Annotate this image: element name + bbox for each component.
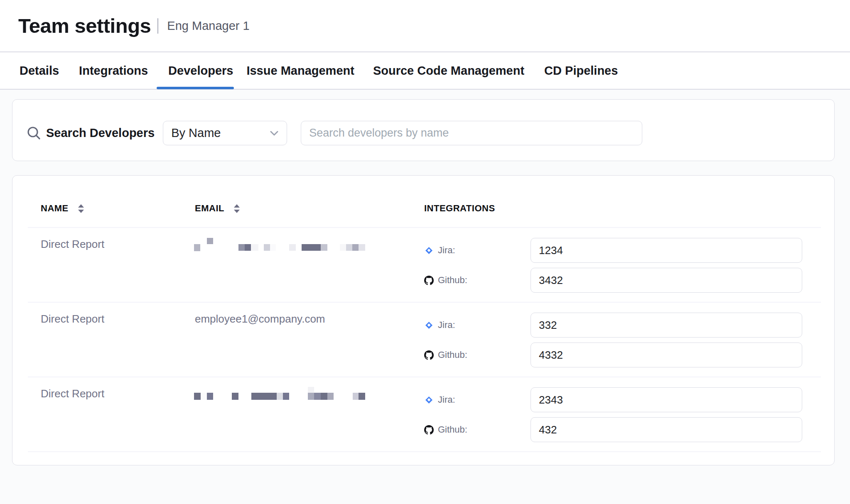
- jira-id-input[interactable]: [531, 238, 802, 263]
- github-integration-row: Github:: [423, 417, 467, 442]
- search-icon: [26, 126, 41, 141]
- github-icon: [423, 425, 434, 435]
- tab-developers[interactable]: Developers: [168, 52, 233, 89]
- github-integration-row: Github:: [423, 268, 467, 293]
- jira-icon: [423, 247, 434, 254]
- github-id-input[interactable]: [531, 343, 802, 367]
- github-label: Github:: [438, 275, 467, 286]
- table-header-row: NAME EMAIL INTEGRATIONS: [28, 176, 821, 228]
- sort-icon[interactable]: [233, 204, 240, 213]
- column-header-name-label: NAME: [41, 203, 69, 214]
- jira-label: Jira:: [438, 320, 455, 330]
- github-icon: [423, 276, 434, 285]
- developer-name: Direct Report: [41, 238, 104, 251]
- github-id-input[interactable]: [531, 417, 802, 442]
- sort-icon[interactable]: [78, 204, 84, 213]
- search-input[interactable]: [301, 121, 642, 145]
- search-filter-value: By Name: [171, 126, 221, 140]
- jira-icon: [423, 322, 434, 329]
- github-integration-row: Github:: [423, 343, 467, 367]
- tab-issue-management[interactable]: Issue Management: [246, 52, 354, 89]
- search-filter-dropdown[interactable]: By Name: [163, 121, 287, 145]
- table-row: Direct Report employee1@company.com Jira…: [28, 303, 821, 377]
- page-content: Search Developers By Name NAME EMAIL INT…: [0, 90, 850, 465]
- github-icon: [423, 350, 434, 360]
- column-header-integrations: INTEGRATIONS: [424, 203, 495, 214]
- table-row: Direct Report Jira:: [28, 377, 821, 452]
- developers-table: NAME EMAIL INTEGRATIONS Direct Report: [12, 175, 835, 465]
- title-divider: [157, 18, 158, 34]
- page-title: Team settings: [18, 14, 151, 37]
- tab-cd-pipelines[interactable]: CD Pipelines: [544, 52, 618, 89]
- table-row: Direct Report Jira:: [28, 228, 821, 303]
- github-id-input[interactable]: [531, 268, 802, 293]
- search-panel: Search Developers By Name: [12, 99, 835, 161]
- github-label: Github:: [438, 350, 467, 360]
- tab-source-code-management[interactable]: Source Code Management: [373, 52, 524, 89]
- developer-name: Direct Report: [41, 313, 104, 325]
- tab-details[interactable]: Details: [20, 52, 59, 89]
- jira-integration-row: Jira:: [423, 387, 455, 412]
- github-label: Github:: [438, 424, 467, 435]
- search-panel-title: Search Developers: [46, 126, 155, 140]
- tab-integrations[interactable]: Integrations: [79, 52, 148, 89]
- column-header-email-label: EMAIL: [195, 203, 224, 214]
- jira-integration-row: Jira:: [423, 238, 455, 263]
- developer-email: employee1@company.com: [195, 313, 325, 325]
- column-header-integrations-label: INTEGRATIONS: [424, 203, 495, 214]
- jira-id-input[interactable]: [531, 313, 802, 338]
- tab-bar: Details Integrations Developers Issue Ma…: [0, 52, 850, 90]
- page-subtitle: Eng Manager 1: [167, 19, 249, 33]
- jira-icon: [423, 396, 434, 404]
- jira-id-input[interactable]: [531, 387, 802, 412]
- page-header: Team settings Eng Manager 1: [0, 0, 850, 52]
- developer-name: Direct Report: [41, 387, 104, 400]
- chevron-down-icon: [270, 131, 278, 136]
- jira-label: Jira:: [438, 245, 455, 256]
- column-header-name[interactable]: NAME: [41, 203, 84, 214]
- jira-integration-row: Jira:: [423, 313, 455, 338]
- jira-label: Jira:: [438, 394, 455, 405]
- column-header-email[interactable]: EMAIL: [195, 203, 240, 214]
